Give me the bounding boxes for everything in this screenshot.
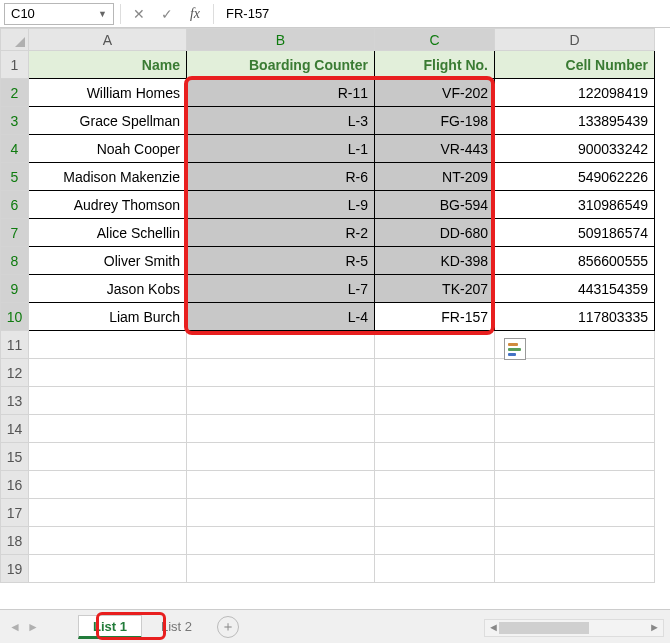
- scroll-left-icon[interactable]: ◄: [488, 621, 499, 633]
- formula-input[interactable]: [220, 3, 670, 25]
- cell-empty[interactable]: [187, 387, 375, 415]
- cell-flight[interactable]: FG-198: [375, 107, 495, 135]
- row-header[interactable]: 7: [1, 219, 29, 247]
- cell-flight[interactable]: KD-398: [375, 247, 495, 275]
- col-header-A[interactable]: A: [29, 29, 187, 51]
- cell-empty[interactable]: [495, 387, 655, 415]
- add-sheet-button[interactable]: ＋: [217, 616, 239, 638]
- cell-boarding[interactable]: L-3: [187, 107, 375, 135]
- row-header[interactable]: 4: [1, 135, 29, 163]
- cell-cellnum[interactable]: 900033242: [495, 135, 655, 163]
- chevron-down-icon[interactable]: ▼: [98, 9, 107, 19]
- col-header-B[interactable]: B: [187, 29, 375, 51]
- cell-name[interactable]: Audrey Thomson: [29, 191, 187, 219]
- col-header-D[interactable]: D: [495, 29, 655, 51]
- cell-empty[interactable]: [375, 331, 495, 359]
- cell-name[interactable]: Jason Kobs: [29, 275, 187, 303]
- cell-flight[interactable]: TK-207: [375, 275, 495, 303]
- cell-flight[interactable]: BG-594: [375, 191, 495, 219]
- accept-formula-icon[interactable]: ✓: [155, 3, 179, 25]
- cell-empty[interactable]: [495, 359, 655, 387]
- cell-cellnum[interactable]: 856600555: [495, 247, 655, 275]
- cell-empty[interactable]: [29, 527, 187, 555]
- cell-empty[interactable]: [187, 527, 375, 555]
- row-header[interactable]: 16: [1, 471, 29, 499]
- scroll-right-icon[interactable]: ►: [649, 621, 660, 633]
- cell-boarding[interactable]: L-1: [187, 135, 375, 163]
- row-header[interactable]: 18: [1, 527, 29, 555]
- cell-empty[interactable]: [29, 387, 187, 415]
- cell-cellnum[interactable]: 443154359: [495, 275, 655, 303]
- cell-empty[interactable]: [375, 415, 495, 443]
- scroll-thumb[interactable]: [499, 622, 589, 634]
- cell-name[interactable]: Alice Schellin: [29, 219, 187, 247]
- cell-cellnum[interactable]: 310986549: [495, 191, 655, 219]
- cell-empty[interactable]: [375, 499, 495, 527]
- cell-empty[interactable]: [495, 499, 655, 527]
- cell-cellnum[interactable]: 549062226: [495, 163, 655, 191]
- cell-empty[interactable]: [29, 443, 187, 471]
- cell-empty[interactable]: [495, 527, 655, 555]
- cell-boarding[interactable]: R-11: [187, 79, 375, 107]
- cell-empty[interactable]: [495, 443, 655, 471]
- tab-nav-next-icon[interactable]: ►: [26, 618, 40, 636]
- row-header[interactable]: 1: [1, 51, 29, 79]
- cell-empty[interactable]: [187, 555, 375, 583]
- cell-empty[interactable]: [375, 443, 495, 471]
- cell-name[interactable]: Grace Spellman: [29, 107, 187, 135]
- row-header[interactable]: 19: [1, 555, 29, 583]
- cell-flight[interactable]: DD-680: [375, 219, 495, 247]
- col-header-C[interactable]: C: [375, 29, 495, 51]
- cell-empty[interactable]: [495, 471, 655, 499]
- row-header[interactable]: 8: [1, 247, 29, 275]
- cell-name[interactable]: Oliver Smith: [29, 247, 187, 275]
- row-header[interactable]: 13: [1, 387, 29, 415]
- row-header[interactable]: 9: [1, 275, 29, 303]
- cell-cellnum[interactable]: 509186574: [495, 219, 655, 247]
- worksheet-grid[interactable]: A B C D 1 Name Boarding Counter Flight N…: [0, 28, 670, 593]
- cell-empty[interactable]: [375, 555, 495, 583]
- cell-boarding[interactable]: R-2: [187, 219, 375, 247]
- name-box[interactable]: C10 ▼: [4, 3, 114, 25]
- row-header[interactable]: 10: [1, 303, 29, 331]
- cell-empty[interactable]: [495, 415, 655, 443]
- quick-analysis-icon[interactable]: [504, 338, 526, 360]
- cell-empty[interactable]: [187, 331, 375, 359]
- cell-cellnum[interactable]: 117803335: [495, 303, 655, 331]
- cell-name[interactable]: William Homes: [29, 79, 187, 107]
- cell-flight[interactable]: NT-209: [375, 163, 495, 191]
- row-header[interactable]: 11: [1, 331, 29, 359]
- row-header[interactable]: 12: [1, 359, 29, 387]
- cell-empty[interactable]: [375, 387, 495, 415]
- cell-name[interactable]: Noah Cooper: [29, 135, 187, 163]
- cell-flight[interactable]: FR-157: [375, 303, 495, 331]
- cell-empty[interactable]: [29, 471, 187, 499]
- cell-empty[interactable]: [29, 415, 187, 443]
- row-header[interactable]: 17: [1, 499, 29, 527]
- cell-empty[interactable]: [187, 359, 375, 387]
- row-header[interactable]: 3: [1, 107, 29, 135]
- cell-empty[interactable]: [29, 555, 187, 583]
- cell-empty[interactable]: [375, 471, 495, 499]
- row-header[interactable]: 15: [1, 443, 29, 471]
- cell-flight[interactable]: VF-202: [375, 79, 495, 107]
- cell-empty[interactable]: [187, 499, 375, 527]
- tab-nav-prev-icon[interactable]: ◄: [8, 618, 22, 636]
- row-header[interactable]: 2: [1, 79, 29, 107]
- fx-icon[interactable]: fx: [183, 3, 207, 25]
- cell-empty[interactable]: [29, 331, 187, 359]
- cell-boarding[interactable]: L-9: [187, 191, 375, 219]
- cell-name[interactable]: Madison Makenzie: [29, 163, 187, 191]
- cancel-formula-icon[interactable]: ✕: [127, 3, 151, 25]
- cell-empty[interactable]: [495, 555, 655, 583]
- cell-boarding[interactable]: L-7: [187, 275, 375, 303]
- row-header[interactable]: 6: [1, 191, 29, 219]
- sheet-tab-list2[interactable]: List 2: [146, 615, 207, 639]
- cell-empty[interactable]: [29, 499, 187, 527]
- cell-boarding[interactable]: L-4: [187, 303, 375, 331]
- cell-empty[interactable]: [187, 415, 375, 443]
- row-header[interactable]: 14: [1, 415, 29, 443]
- header-cell-cellnum[interactable]: Cell Number: [495, 51, 655, 79]
- sheet-tab-list1[interactable]: List 1: [78, 615, 142, 639]
- cell-empty[interactable]: [29, 359, 187, 387]
